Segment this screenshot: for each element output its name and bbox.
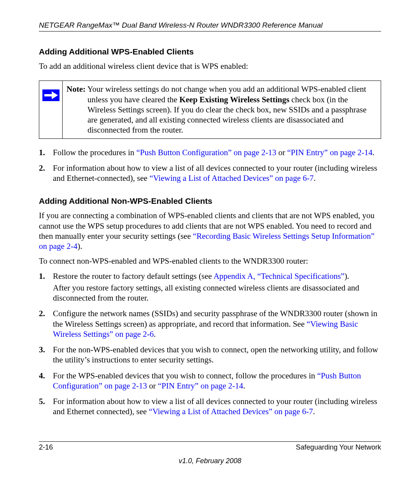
svg-rect-3 xyxy=(44,94,52,96)
section2-para2: To connect non-WPS-enabled and WPS-enabl… xyxy=(39,256,381,266)
section2-steps: Restore the router to factory default se… xyxy=(39,271,381,417)
section2-intro: If you are connecting a combination of W… xyxy=(39,210,381,251)
list-item: For information about how to view a list… xyxy=(53,396,381,417)
note-text: Note: Your wireless settings do not chan… xyxy=(63,81,381,138)
xref-link[interactable]: “Viewing a List of Attached Devices” on … xyxy=(149,407,313,416)
footer-rule xyxy=(39,441,381,442)
step-text: For the non-WPS-enabled devices that you… xyxy=(53,345,378,364)
step-text: For the WPS-enabled devices that you wis… xyxy=(53,371,317,380)
step-text: . xyxy=(313,173,315,183)
intro-text: ). xyxy=(77,242,82,251)
xref-link[interactable]: “PIN Entry” on page 2-14 xyxy=(158,381,243,390)
note-label: Note: xyxy=(66,84,86,94)
section1-steps: Follow the procedures in “Push Button Co… xyxy=(39,147,381,184)
page-footer: 2-16 Safeguarding Your Network v1.0, Feb… xyxy=(39,441,381,465)
list-item: For the WPS-enabled devices that you wis… xyxy=(53,371,381,391)
list-item: For the non-WPS-enabled devices that you… xyxy=(53,345,381,365)
step-text: Restore the router to factory default se… xyxy=(53,271,214,281)
note-box: Note: Your wireless settings do not chan… xyxy=(39,80,381,138)
list-item: Restore the router to factory default se… xyxy=(53,271,381,303)
xref-link[interactable]: Appendix A, “Technical Specifications” xyxy=(214,271,345,281)
step-text: . xyxy=(373,148,374,157)
step-text: . xyxy=(243,381,245,390)
step-text: or xyxy=(147,381,158,390)
list-item: Follow the procedures in “Push Button Co… xyxy=(53,147,381,158)
list-item: Configure the network names (SSIDs) and … xyxy=(53,308,381,339)
document-page: NETGEAR RangeMax™ Dual Band Wireless-N R… xyxy=(0,0,420,504)
list-item: For information about how to view a list… xyxy=(53,163,381,184)
xref-link[interactable]: “Push Button Configuration” on page 2-13 xyxy=(136,148,276,157)
step-text: . xyxy=(313,407,315,416)
section1-intro: To add an additional wireless client dev… xyxy=(39,61,381,71)
step-text: or xyxy=(276,148,287,157)
header-rule xyxy=(39,31,381,32)
note-icon-column xyxy=(39,81,63,138)
step-text: ). xyxy=(345,271,349,281)
running-header: NETGEAR RangeMax™ Dual Band Wireless-N R… xyxy=(39,21,381,30)
footer-section-title: Safeguarding Your Network xyxy=(296,443,381,452)
footer-version: v1.0, February 2008 xyxy=(39,457,381,465)
xref-link[interactable]: “Viewing a List of Attached Devices” on … xyxy=(149,173,313,183)
step-text: . xyxy=(154,329,156,339)
heading-adding-non-wps-clients: Adding Additional Non-WPS-Enabled Client… xyxy=(39,196,381,206)
step-text: Follow the procedures in xyxy=(53,148,136,157)
xref-link[interactable]: “PIN Entry” on page 2-14 xyxy=(287,148,373,157)
note-body-bold: Keep Existing Wireless Settings xyxy=(179,95,289,104)
heading-adding-wps-clients: Adding Additional WPS-Enabled Clients xyxy=(39,47,381,56)
step-subtext: After you restore factory settings, all … xyxy=(53,283,381,303)
arrow-icon xyxy=(42,89,60,103)
page-number: 2-16 xyxy=(39,443,53,452)
